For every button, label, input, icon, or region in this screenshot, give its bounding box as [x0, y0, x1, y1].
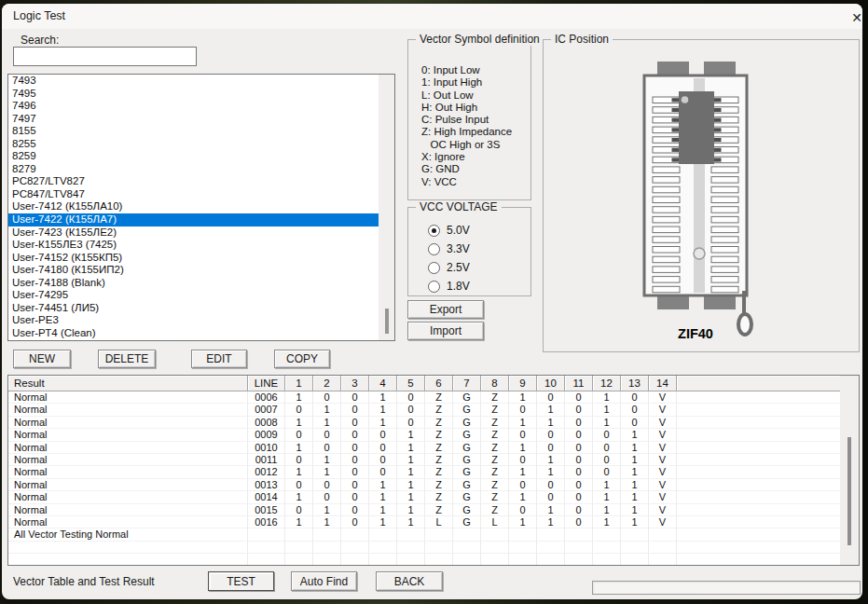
column-header[interactable]: 10: [537, 376, 565, 391]
list-item[interactable]: User-74152 (К155КП5): [8, 252, 394, 265]
table-cell: [8, 554, 248, 566]
list-item[interactable]: 7496: [8, 100, 394, 113]
table-row[interactable]: Normal000610010ZGZ10010V: [8, 391, 840, 404]
table-cell: Z: [425, 491, 453, 503]
list-item[interactable]: User-РЕ3: [8, 314, 394, 327]
table-cell: [285, 554, 313, 566]
list-item[interactable]: 8155: [8, 125, 394, 138]
list-item[interactable]: User-74451 (ЛИ5): [8, 302, 394, 315]
table-cell: [677, 554, 840, 566]
list-item[interactable]: 8259: [8, 150, 394, 163]
column-header[interactable]: 3: [341, 376, 369, 391]
table-row[interactable]: [8, 542, 840, 554]
list-item[interactable]: User-РТ4 (Clean): [8, 327, 394, 340]
list-item[interactable]: User-74295: [8, 289, 394, 302]
column-header[interactable]: LINE: [248, 376, 285, 391]
table-row[interactable]: [8, 554, 840, 566]
table-row[interactable]: Normal001010001ZGZ10001V: [8, 442, 840, 454]
search-input[interactable]: [13, 47, 197, 66]
column-header[interactable]: 11: [565, 376, 593, 391]
column-header[interactable]: 2: [313, 376, 341, 391]
list-item[interactable]: 8255: [8, 138, 394, 151]
column-header[interactable]: 13: [621, 376, 649, 391]
listbox-scrollbar-thumb[interactable]: [385, 309, 389, 334]
table-cell: [313, 554, 341, 566]
device-listbox[interactable]: 74937495749674978155825582598279PC827/LT…: [7, 74, 395, 341]
close-icon[interactable]: ✕: [844, 9, 868, 26]
table-row[interactable]: All Vector Testing Normal: [8, 528, 840, 541]
radio-option-1.8V[interactable]: 1.8V: [428, 277, 470, 295]
new-button[interactable]: NEW: [13, 350, 71, 368]
list-item[interactable]: PC847/LTV847: [8, 188, 394, 201]
table-row[interactable]: Normal001410011ZGZ10011V: [8, 491, 840, 503]
table-cell: 1: [509, 417, 537, 429]
radio-option-3.3V[interactable]: 3.3V: [428, 240, 470, 258]
column-header[interactable]: 12: [593, 376, 621, 391]
column-header[interactable]: 8: [481, 376, 509, 391]
table-row[interactable]: Normal001611011LGL11011V: [8, 516, 840, 528]
table-cell: [677, 504, 840, 516]
table-cell: 1: [313, 516, 341, 528]
radio-icon[interactable]: [428, 243, 440, 255]
import-button[interactable]: Import: [407, 322, 484, 340]
window-title: Logic Test: [13, 9, 65, 22]
table-row[interactable]: Normal001101001ZGZ01001V: [8, 454, 840, 466]
list-item[interactable]: User-7423 (К155ЛЕ2): [8, 226, 394, 240]
radio-option-2.5V[interactable]: 2.5V: [428, 258, 470, 277]
auto-find-button[interactable]: Auto Find: [291, 571, 357, 591]
table-row[interactable]: Normal000900001ZGZ00001V: [8, 429, 840, 441]
table-row[interactable]: Normal001300011ZGZ00011V: [8, 479, 840, 491]
table-scrollbar-thumb[interactable]: [847, 437, 851, 545]
column-header[interactable]: 1: [285, 376, 313, 391]
title-bar[interactable]: Logic Test ✕: [2, 4, 862, 29]
table-cell: 0: [593, 466, 621, 478]
delete-button[interactable]: DELETE: [98, 350, 156, 368]
list-item[interactable]: 7495: [8, 88, 394, 101]
listbox-scrollbar[interactable]: [379, 75, 394, 340]
column-header[interactable]: 5: [397, 376, 425, 391]
table-row[interactable]: Normal001501011ZGZ01011V: [8, 504, 840, 516]
column-header[interactable]: 9: [509, 376, 537, 391]
table-cell: [481, 554, 509, 566]
list-item[interactable]: User-74188 (Blank): [8, 277, 394, 290]
table-cell: 0: [341, 417, 369, 429]
list-item[interactable]: User-7422 (К155ЛА7): [8, 213, 394, 226]
column-header[interactable]: 4: [369, 376, 397, 391]
test-button[interactable]: TEST: [208, 571, 274, 591]
list-item[interactable]: User-7412 (К155ЛА10): [8, 200, 394, 213]
table-scrollbar[interactable]: [840, 376, 859, 565]
export-button[interactable]: Export: [407, 300, 484, 319]
edit-button[interactable]: EDIT: [191, 350, 247, 368]
table-row[interactable]: Normal000811010ZGZ11010V: [8, 417, 840, 429]
list-item[interactable]: User-74180 (К155ИП2): [8, 264, 394, 277]
table-cell: V: [649, 454, 677, 466]
symbol-definition-line: H: Out High: [421, 102, 512, 114]
radio-label: 5.0V: [447, 224, 470, 237]
table-cell: G: [453, 391, 481, 404]
column-header[interactable]: [677, 376, 840, 391]
list-item[interactable]: User-К155ЛЕ3 (7425): [8, 239, 394, 252]
radio-icon[interactable]: [428, 281, 440, 293]
column-header[interactable]: Result: [8, 376, 248, 391]
column-header[interactable]: 14: [649, 376, 677, 391]
table-cell: G: [453, 516, 481, 528]
list-item[interactable]: 7497: [8, 113, 394, 126]
table-cell: 1: [537, 516, 565, 528]
table-cell: 1: [509, 491, 537, 503]
table-cell: Z: [425, 391, 453, 404]
list-item[interactable]: PC827/LTV827: [8, 175, 394, 188]
radio-icon[interactable]: [428, 225, 440, 237]
list-item[interactable]: 8279: [8, 163, 394, 176]
radio-option-5.0V[interactable]: 5.0V: [428, 221, 470, 240]
radio-icon[interactable]: [428, 262, 440, 274]
column-header[interactable]: 6: [425, 376, 453, 391]
table-cell: G: [453, 479, 481, 491]
table-cell: [425, 554, 453, 566]
table-row[interactable]: Normal000701010ZGZ01010V: [8, 404, 840, 416]
back-button[interactable]: BACK: [376, 571, 443, 591]
copy-button[interactable]: COPY: [274, 350, 330, 368]
list-item[interactable]: 7493: [8, 75, 394, 88]
symbol-definition-line: 0: Input Low: [421, 64, 512, 76]
column-header[interactable]: 7: [453, 376, 481, 391]
table-row[interactable]: Normal001211001ZGZ11001V: [8, 466, 840, 478]
